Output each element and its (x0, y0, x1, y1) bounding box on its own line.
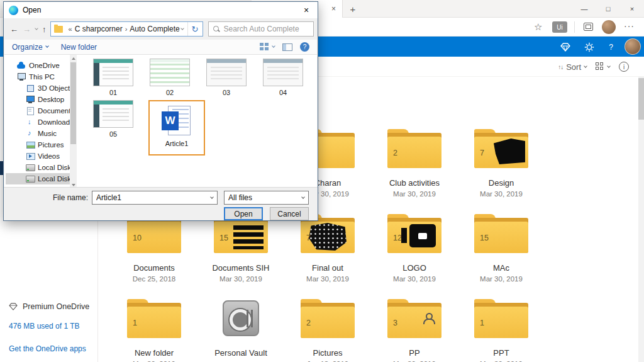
settings-gear-icon[interactable] (584, 42, 594, 52)
dropdown-icon[interactable] (206, 191, 217, 204)
history-dropdown-icon[interactable] (35, 26, 38, 30)
page-scrollbar[interactable] (638, 77, 644, 362)
folder-tile[interactable]: 10 Documents Dec 25, 2018 (111, 214, 197, 299)
places-item[interactable]: Downloads (6, 116, 70, 128)
extension-badge[interactable]: Ui (552, 21, 567, 33)
info-icon[interactable]: i (619, 62, 629, 72)
folder-date: Mar 30, 2019 (371, 275, 458, 283)
file-type-combobox[interactable]: All files (224, 191, 309, 205)
scrollbar-thumb[interactable] (638, 78, 644, 120)
file-item[interactable]: 04 (262, 59, 304, 96)
place-label: 3D Objects (38, 84, 70, 92)
file-name-input[interactable] (92, 193, 206, 202)
search-input[interactable] (224, 25, 310, 33)
folder-tile[interactable]: 15 MAc Mar 30, 2019 (458, 214, 545, 299)
places-item[interactable]: Local Disk (C:) (6, 162, 70, 173)
sort-control[interactable]: ↑↓ Sort (558, 62, 587, 72)
minimize-button[interactable]: — (572, 0, 596, 18)
places-item[interactable]: 3D Objects (6, 82, 70, 94)
file-item[interactable]: 02 (148, 59, 191, 96)
address-breadcrumb[interactable]: « C sharpcorner › Auto Complete ↻ (50, 21, 203, 37)
up-button[interactable]: ↑ (42, 25, 47, 34)
scrollbar-thumb[interactable] (70, 62, 76, 144)
scroll-up-arrow[interactable] (70, 55, 77, 62)
help-icon[interactable]: ? (606, 42, 616, 52)
edge-app-icon (9, 6, 18, 15)
place-icon (26, 152, 35, 160)
breadcrumb-current[interactable]: Auto Complete (130, 25, 179, 33)
selected-file-article1[interactable]: W Article1 (148, 100, 205, 156)
chevron-down-icon (272, 44, 275, 48)
open-button[interactable]: Open (224, 207, 263, 220)
places-item[interactable]: Local Disk (E:) (6, 173, 70, 184)
folder-tile[interactable]: Personal Vault (197, 299, 284, 362)
folder-item-count: 7 (480, 149, 484, 157)
folder-date: Mar 30, 2019 (371, 190, 458, 198)
dialog-search-box[interactable] (208, 21, 314, 37)
folder-tile[interactable]: 1 New folder Mar 30, 2019 (111, 299, 197, 362)
folder-name: LOGO (371, 263, 458, 273)
collections-icon[interactable] (584, 23, 593, 31)
premium-gem-icon[interactable] (560, 42, 570, 52)
folder-tile[interactable]: 7 Final out Mar 30, 2019 (284, 214, 371, 299)
folder-tile[interactable]: 7 Design Mar 30, 2019 (458, 129, 545, 214)
close-button[interactable]: × (620, 0, 644, 18)
file-item[interactable]: 03 (205, 59, 248, 96)
places-item[interactable]: Pictures (6, 139, 70, 150)
vault-safe-icon (223, 300, 259, 336)
folder-tile[interactable]: 1 PPT Mar 30, 2019 (458, 299, 545, 362)
places-item[interactable]: OneDrive (6, 60, 70, 71)
maximize-button[interactable]: □ (596, 0, 620, 18)
preview-pane-icon[interactable] (282, 43, 292, 51)
breadcrumb-root[interactable]: C sharpcorner (75, 25, 123, 33)
folder-tile[interactable]: 2 Club activities Mar 30, 2019 (371, 129, 458, 214)
places-scrollbar[interactable] (70, 55, 77, 188)
dialog-toolbar: Organize New folder ? (4, 40, 317, 55)
tab-close-icon[interactable]: × (331, 4, 336, 13)
new-tab-button[interactable]: + (346, 2, 360, 16)
dropdown-icon[interactable] (297, 198, 308, 198)
open-file-dialog: Open × ← → ↑ « C sharpcorner › Auto Comp… (3, 1, 318, 221)
folder-tile[interactable]: 2 Pictures Jun 18, 2019 (284, 299, 371, 362)
premium-onedrive-item: Premium OneDrive (9, 302, 89, 311)
folder-icon (214, 299, 268, 338)
place-label: Documents (38, 107, 70, 115)
folder-tile[interactable]: 3 PP Mar 30, 2019 (371, 299, 458, 362)
file-name-combobox[interactable] (92, 191, 218, 205)
place-icon (26, 107, 35, 115)
places-item[interactable]: Documents (6, 105, 70, 116)
address-dropdown-icon[interactable] (180, 26, 184, 30)
refresh-button[interactable]: ↻ (187, 22, 203, 36)
more-menu-icon[interactable]: ··· (624, 21, 635, 31)
places-item[interactable]: Desktop (6, 94, 70, 105)
places-item[interactable]: Music (6, 128, 70, 139)
folder-tile[interactable]: 12 LOGO Mar 30, 2019 (371, 214, 458, 299)
views-control[interactable] (260, 43, 275, 51)
place-label: Local Disk (C:) (38, 164, 70, 171)
place-icon (26, 164, 35, 171)
forward-button[interactable]: → (23, 25, 31, 34)
organize-menu[interactable]: Organize (12, 43, 48, 52)
places-item[interactable]: This PC (6, 71, 70, 82)
places-item[interactable]: Videos (6, 150, 70, 162)
dialog-help-icon[interactable]: ? (300, 42, 309, 52)
favorite-star-icon[interactable]: ☆ (534, 21, 542, 33)
dialog-close-button[interactable]: × (295, 2, 318, 18)
cancel-button[interactable]: Cancel (270, 207, 309, 220)
browser-profile-avatar[interactable] (602, 20, 616, 34)
get-apps-link[interactable]: Get the OneDrive apps (9, 344, 86, 353)
view-layout-control[interactable] (596, 62, 610, 71)
word-document-icon: W (162, 106, 192, 137)
file-item[interactable]: 05 (92, 100, 135, 138)
onedrive-profile-avatar[interactable] (625, 38, 641, 55)
folder-thumbnail-art (409, 224, 436, 247)
file-item[interactable]: 01 (92, 59, 135, 96)
back-button[interactable]: ← (10, 25, 18, 34)
chevron-down-icon (607, 64, 611, 68)
storage-usage-link[interactable]: 476 MB used of 1 TB (9, 322, 80, 331)
folder-icon: 15 (474, 214, 528, 253)
breadcrumb-collapse[interactable]: « (69, 25, 72, 33)
new-folder-button[interactable]: New folder (61, 43, 97, 52)
file-label: 03 (223, 89, 230, 96)
folder-tile[interactable]: 15 Documents SIH Mar 30, 2019 (197, 214, 284, 299)
